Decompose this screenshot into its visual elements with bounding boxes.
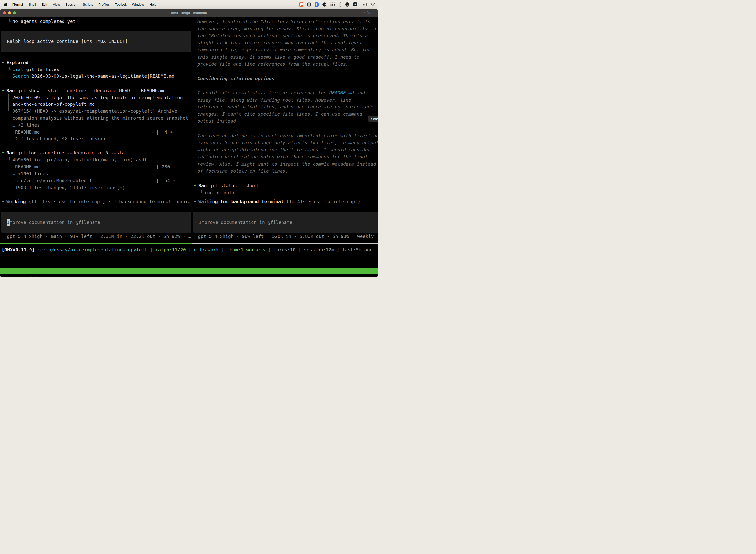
reasoning-paragraph-line: review. Also, I might want to inspect th…: [192, 161, 378, 168]
reasoning-paragraph-line: the source tree, missing the essay. Stil…: [192, 25, 378, 32]
menu-item-window[interactable]: Window: [132, 3, 144, 6]
wifi-icon[interactable]: [370, 3, 375, 6]
explored-search-line: Search 2026-03-09-is-legal-the-same-as-l…: [0, 73, 192, 80]
omx-mode: ultrawork: [194, 247, 219, 253]
git-log-more-line: … +1901 lines: [0, 170, 192, 177]
prompt-chevron-icon: ›: [2, 219, 7, 226]
bullet-icon: •: [2, 59, 6, 66]
screen: iTerm2 Shell Edit View Session Scripts P…: [0, 0, 378, 277]
reasoning-paragraph-line: output instead.: [192, 118, 378, 125]
bullet-icon: •: [2, 87, 6, 94]
agents-note-line: └No agents completed yet: [0, 18, 192, 25]
working-status-line: •Working (11m 13s • esc to interrupt) · …: [0, 198, 192, 205]
omx-status-bar: [OMX#0.11.9] cczip/essay/ai-reimplementa…: [2, 246, 378, 254]
git-show-summary-line: 2 files changed, 92 insertions(+): [0, 135, 192, 143]
text-cursor: I: [7, 219, 10, 226]
ralph-banner-line: ›Ralph loop active continue [OMX_TMUX_IN…: [2, 38, 190, 45]
reasoning-paragraph-line: of focusing solely on file lines.: [192, 168, 378, 174]
git-show-output-line: 067f154 (HEAD -> essay/ai-reimplementati…: [0, 108, 192, 115]
explored-list-line: └List git ls-files: [0, 66, 192, 73]
session-status-left: gpt-5.4 xhigh · main · 91% left · 2.31M …: [0, 233, 192, 240]
git-show-arg-wrap-line: and-the-erosion-of-copyleft.md: [0, 101, 192, 108]
prompt-input-right[interactable]: ›Improve documentation in @filename: [193, 212, 378, 233]
badge-61-icon[interactable]: ..61: [345, 2, 350, 7]
menu-item-iterm2[interactable]: iTerm2: [12, 3, 23, 6]
tmux-status-bar: [omx-cczip0:bash* "MacBook-Pro-44.local"…: [0, 268, 378, 275]
prompt-input-left-line[interactable]: ›Improve documentation in @filename: [2, 219, 190, 226]
menu-item-view[interactable]: View: [53, 3, 60, 6]
readme-link: README.md: [329, 90, 354, 95]
reasoning-paragraph-line: the "Related research writing" section i…: [192, 32, 378, 39]
reasoning-paragraph-line: provide file and line references from th…: [192, 61, 378, 67]
menu-item-profiles[interactable]: Profiles: [99, 3, 110, 6]
reasoning-paragraph-line: essay file, along with finding root file…: [192, 97, 378, 104]
git-log-stat-line: README.md| 280 +: [0, 163, 192, 170]
omx-ralph-counter: ralph:11/20: [155, 247, 186, 253]
badge-61-label: ..61: [345, 2, 350, 7]
reasoning-paragraph-line: companion file, especially if more comme…: [192, 46, 378, 53]
prompt-input-right-line[interactable]: ›Improve documentation in @filename: [194, 219, 378, 226]
reasoning-paragraph-line: this single essay, it seems like a good …: [192, 54, 378, 61]
omx-version: [OMX#0.11.9]: [2, 247, 38, 253]
session-status-right: gpt-5.4 xhigh · 96% left · 520K in · 5.8…: [192, 233, 378, 240]
reasoning-paragraph-line: including verification notes with those …: [192, 153, 378, 160]
chat-app-icon[interactable]: [299, 2, 303, 7]
reasoning-paragraph-line: changes, I can't cite specific file line…: [192, 111, 378, 118]
reasoning-paragraph-line: slight risk that future readers may over…: [192, 40, 378, 46]
reasoning-paragraph-line: evidence. Since this change only affects…: [192, 139, 378, 146]
ralph-banner-box: ›Ralph loop active continue [OMX_TMUX_IN…: [1, 31, 191, 52]
omx-team: team:1 workers: [227, 247, 265, 253]
reasoning-heading: Considering citation options: [192, 75, 378, 82]
bullet-icon: •: [2, 150, 6, 156]
menu-item-toolbelt[interactable]: Toolbelt: [115, 3, 127, 6]
waiting-status-line: •Waiting for background terminal (1m 41s…: [192, 198, 378, 205]
reasoning-paragraph-line: However, I noticed the "Directory Struct…: [192, 18, 378, 25]
git-log-stat-line: src/voice/voiceModeEnabled.ts| 54 +: [0, 177, 192, 184]
menu-item-help[interactable]: Help: [149, 3, 156, 6]
omx-repo-path: cczip/essay/ai-reimplementation-copyleft: [38, 247, 147, 253]
right-pane: However, I noticed the "Directory Struct…: [192, 17, 378, 243]
prompt-chevron-icon: ›: [194, 219, 199, 226]
terminal-content: └No agents completed yet ›Ralph loop act…: [0, 17, 378, 277]
bullet-icon: •: [194, 182, 198, 189]
menu-item-session[interactable]: Session: [65, 3, 77, 6]
reasoning-paragraph-line: I could cite commit statistics or refere…: [192, 89, 378, 96]
bullet-icon: •: [194, 198, 198, 205]
tree-corner-icon: └: [8, 66, 12, 73]
prompt-chevron-icon: ›: [2, 38, 7, 45]
squiggle-icon[interactable]: [338, 2, 341, 7]
window-title: omx --xhigh --madmax: [0, 9, 378, 17]
menu-item-scripts[interactable]: Scripts: [83, 3, 93, 6]
git-show-command-line: •Ran git show --stat --oneline --decorat…: [0, 87, 192, 94]
git-show-output-line: companion analysis without altering the …: [0, 115, 192, 122]
reasoning-paragraph-line: references need actual files, and since …: [192, 104, 378, 110]
git-show-more-line: … +2 lines: [0, 122, 192, 128]
git-log-output-line: └4b9d30f (origin/main, instructkr/main, …: [0, 156, 192, 163]
menu-item-edit[interactable]: Edit: [42, 3, 47, 6]
omx-turns: turns:10: [273, 247, 296, 253]
git-log-command-line: •Ran git log --oneline --decorate -n 5 -…: [0, 150, 192, 156]
dots-grid-icon[interactable]: [330, 2, 335, 7]
window-title-bar[interactable]: omx --xhigh --madmax ⌥⌘1: [0, 9, 378, 17]
apple-menu-icon[interactable]: [4, 2, 7, 6]
reasoning-paragraph-line: The team guideline is to back every impo…: [192, 132, 378, 139]
git-status-command-line: •Ran git status --short: [192, 182, 378, 189]
lightning-app-icon[interactable]: [315, 2, 319, 7]
tree-corner-icon: └: [8, 156, 12, 163]
iterm-window: omx --xhigh --madmax ⌥⌘1 └No agents comp…: [0, 9, 378, 277]
pie-app-icon[interactable]: [322, 2, 327, 7]
screen-tooltip: Scre: [368, 116, 378, 122]
bullet-icon: •: [2, 198, 6, 205]
a-app-label: A: [353, 2, 357, 6]
pane-border-left: [0, 243, 192, 244]
tree-corner-icon: └: [200, 189, 204, 196]
a-app-icon[interactable]: A: [353, 2, 357, 6]
tmux-session-name[interactable]: [omx-cczip0:bash*: [2, 274, 49, 277]
battery-icon[interactable]: [361, 3, 367, 6]
menu-item-shell[interactable]: Shell: [28, 3, 36, 6]
git-status-output-line: └(no output): [192, 189, 378, 196]
git-show-stat-line: README.md| 4 +: [0, 128, 192, 135]
shield-icon[interactable]: [307, 2, 311, 7]
window-shortcut: ⌥⌘1: [363, 9, 372, 17]
prompt-input-left[interactable]: ›Improve documentation in @filename: [1, 212, 191, 233]
